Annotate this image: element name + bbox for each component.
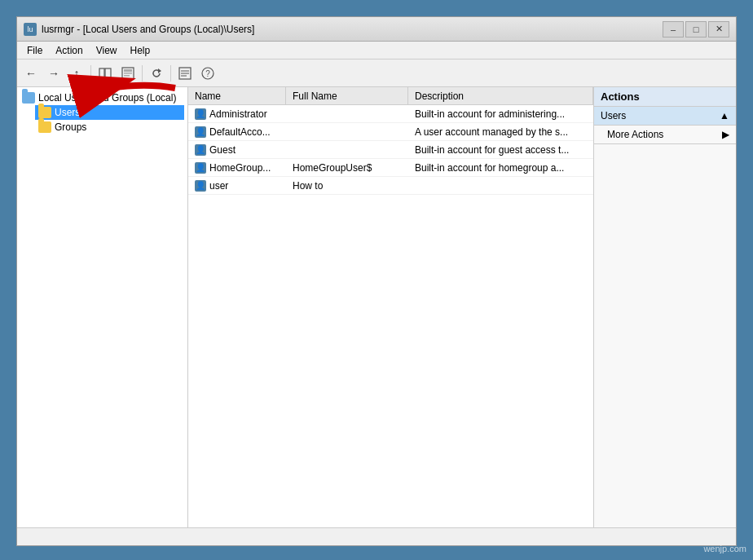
list-cell-fullname: How to: [286, 179, 408, 193]
back-button[interactable]: ←: [20, 63, 42, 84]
svg-rect-0: [99, 68, 104, 78]
toolbar-separator-2: [142, 65, 143, 82]
list-item[interactable]: Guest Built-in account for guest access …: [188, 141, 593, 159]
list-cell-fullname: [286, 130, 408, 134]
tree-item-groups-label: Groups: [55, 121, 86, 133]
up-button[interactable]: ↑: [66, 63, 87, 84]
properties-button[interactable]: [117, 63, 139, 84]
actions-pane: Actions Users ▲ More Actions ▶: [593, 87, 736, 527]
list-cell-name: DefaultAcco...: [188, 125, 286, 139]
user-icon: [195, 162, 206, 174]
submenu-arrow-icon: ▶: [722, 129, 729, 140]
list-item[interactable]: user How to: [188, 177, 593, 195]
user-icon: [195, 180, 206, 192]
refresh-button[interactable]: [146, 63, 167, 84]
list-cell-fullname: [286, 112, 408, 116]
title-bar: lu lusrmgr - [Local Users and Groups (Lo…: [17, 17, 736, 42]
app-icon: lu: [24, 23, 37, 36]
status-bar: [17, 527, 736, 545]
watermark: wenjp.com: [703, 544, 746, 553]
users-folder-icon: [38, 107, 51, 118]
maximize-button[interactable]: □: [685, 21, 707, 37]
toolbar-separator-3: [170, 65, 171, 82]
list-header: Name Full Name Description: [188, 87, 593, 105]
list-cell-fullname: [286, 148, 408, 152]
toolbar-separator-1: [90, 65, 91, 82]
list-cell-name: user: [188, 179, 286, 193]
tree-item-groups[interactable]: Groups: [35, 120, 184, 134]
list-pane: Name Full Name Description Administrator…: [188, 87, 593, 527]
list-cell-desc: Built-in account for guest access t...: [408, 143, 593, 157]
user-icon: [195, 108, 206, 120]
actions-users-section: Users ▲: [594, 107, 736, 126]
list-cell-desc: [408, 184, 593, 187]
actions-more-section: More Actions ▶: [594, 126, 736, 144]
list-cell-name: Guest: [188, 143, 286, 157]
user-icon: [195, 144, 206, 156]
minimize-button[interactable]: –: [663, 21, 684, 37]
col-header-name[interactable]: Name: [188, 87, 286, 104]
list-cell-desc: A user account managed by the s...: [408, 125, 593, 139]
user-icon: [195, 126, 206, 138]
svg-rect-3: [124, 69, 132, 72]
menu-bar: File Action View Help: [17, 42, 736, 60]
tree-children: Users Groups: [35, 105, 184, 134]
more-actions-item[interactable]: More Actions ▶: [594, 126, 736, 143]
actions-users-title[interactable]: Users ▲: [594, 107, 736, 125]
list-cell-name: HomeGroup...: [188, 161, 286, 175]
groups-folder-icon: [38, 121, 51, 133]
tree-root-label: Local Users and Groups (Local): [38, 92, 176, 104]
menu-action[interactable]: Action: [49, 43, 89, 58]
list-item[interactable]: Administrator Built-in account for admin…: [188, 105, 593, 123]
window-controls: – □ ✕: [663, 21, 729, 37]
list-cell-desc: Built-in account for administering...: [408, 107, 593, 121]
window-title: lusrmgr - [Local Users and Groups (Local…: [42, 24, 663, 35]
list-cell-desc: Built-in account for homegroup a...: [408, 161, 593, 175]
svg-marker-6: [158, 68, 161, 73]
svg-rect-4: [124, 73, 132, 74]
root-folder-icon: [22, 92, 35, 104]
close-button[interactable]: ✕: [708, 21, 729, 37]
menu-help[interactable]: Help: [124, 43, 157, 58]
help-button[interactable]: ?: [197, 63, 218, 84]
main-window: lu lusrmgr - [Local Users and Groups (Lo…: [16, 16, 737, 546]
actions-header: Actions: [594, 87, 736, 107]
menu-view[interactable]: View: [90, 43, 124, 58]
list-item[interactable]: HomeGroup... HomeGroupUser$ Built-in acc…: [188, 159, 593, 177]
tree-root-item[interactable]: Local Users and Groups (Local): [20, 90, 184, 105]
export-button[interactable]: [174, 63, 196, 84]
svg-rect-1: [105, 68, 111, 78]
menu-file[interactable]: File: [20, 43, 49, 58]
list-item[interactable]: DefaultAcco... A user account managed by…: [188, 123, 593, 141]
col-header-fullname[interactable]: Full Name: [286, 87, 408, 104]
forward-button[interactable]: →: [43, 63, 64, 84]
svg-rect-5: [124, 75, 130, 77]
main-content-area: Local Users and Groups (Local) Users Gro…: [17, 87, 736, 527]
show-hide-tree-button[interactable]: [95, 63, 116, 84]
tree-pane: Local Users and Groups (Local) Users Gro…: [17, 87, 188, 527]
col-header-desc[interactable]: Description: [408, 87, 593, 104]
toolbar: ← → ↑ ?: [17, 60, 736, 87]
tree-item-users[interactable]: Users: [35, 105, 184, 120]
collapse-icon: ▲: [720, 110, 729, 121]
list-cell-fullname: HomeGroupUser$: [286, 161, 408, 175]
tree-item-users-label: Users: [55, 107, 80, 118]
svg-text:?: ?: [205, 69, 210, 78]
list-cell-name: Administrator: [188, 107, 286, 121]
